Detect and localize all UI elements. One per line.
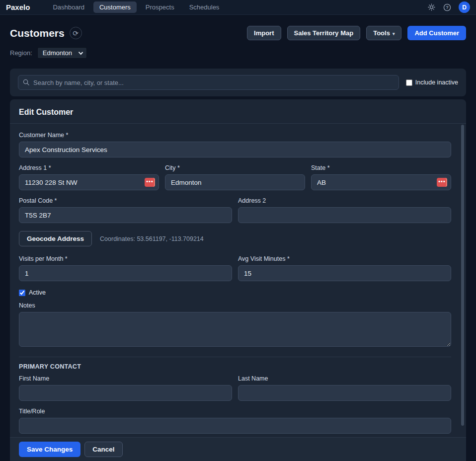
top-navbar: Paxelo Dashboard Customers Prospects Sch… (0, 0, 476, 15)
avg-visit-minutes-label: Avg Visit Minutes * (238, 255, 451, 262)
customer-name-label: Customer Name * (19, 132, 451, 139)
address1-label: Address 1 * (19, 164, 159, 171)
region-select-wrap: Edmonton (37, 47, 87, 59)
nav-item-dashboard[interactable]: Dashboard (47, 1, 90, 13)
avg-visit-minutes-input[interactable] (238, 265, 451, 281)
edit-customer-header: Edit Customer (10, 99, 466, 124)
avg-visit-minutes-field: Avg Visit Minutes * (238, 255, 451, 281)
add-customer-button[interactable]: Add Customer (407, 26, 466, 40)
header-actions: Import Sales Territory Map Tools▾ Add Cu… (247, 26, 466, 40)
edit-customer-title: Edit Customer (19, 108, 457, 117)
active-toggle[interactable]: Active (19, 289, 451, 296)
sales-territory-map-button[interactable]: Sales Territory Map (287, 26, 361, 40)
notes-label: Notes (19, 302, 451, 309)
search-input[interactable] (18, 75, 399, 90)
theme-toggle-sun-icon[interactable] (427, 3, 436, 12)
section-divider (19, 357, 451, 357)
last-name-input[interactable] (238, 385, 451, 401)
caret-down-icon: ▾ (393, 31, 395, 36)
postal-code-label: Postal Code * (19, 197, 232, 204)
geocode-row: Geocode Address Coordinates: 53.561197, … (19, 231, 451, 246)
active-checkbox[interactable] (19, 290, 25, 296)
import-button[interactable]: Import (247, 26, 281, 40)
customer-name-field: Customer Name * (19, 132, 451, 157)
primary-contact-heading: PRIMARY CONTACT (19, 363, 451, 370)
geocode-address-button[interactable]: Geocode Address (19, 231, 92, 246)
customer-name-input[interactable] (19, 142, 451, 157)
tools-label: Tools (373, 29, 390, 37)
last-name-label: Last Name (238, 375, 451, 382)
nav-right-group: ? D (427, 1, 470, 13)
title-role-field: Title/Role (19, 408, 451, 434)
title-role-input[interactable] (19, 418, 451, 434)
address2-field: Address 2 (238, 197, 451, 223)
notes-textarea[interactable] (19, 312, 451, 347)
search-box (18, 75, 399, 90)
include-inactive-checkbox[interactable] (406, 79, 412, 86)
nav-item-customers[interactable]: Customers (93, 1, 137, 13)
autofill-extension-icon[interactable]: ••• (437, 178, 447, 187)
page-content: Customers ⟳ Import Sales Territory Map T… (0, 15, 476, 461)
region-row: Region: Edmonton (10, 47, 466, 59)
brand-logo: Paxelo (6, 3, 30, 11)
autofill-extension-icon[interactable]: ••• (145, 178, 155, 187)
address1-input[interactable] (19, 174, 159, 190)
nav-item-schedules[interactable]: Schedules (183, 1, 226, 13)
state-input[interactable] (311, 174, 451, 190)
coordinates-text: Coordinates: 53.561197, -113.709214 (100, 235, 204, 242)
address1-field: Address 1 * ••• (19, 164, 159, 190)
last-name-field: Last Name (238, 375, 451, 401)
nav-item-prospects[interactable]: Prospects (140, 1, 180, 13)
edit-customer-card: Edit Customer Customer Name * Address 1 … (10, 99, 466, 461)
first-name-input[interactable] (19, 385, 232, 401)
city-input[interactable] (165, 174, 305, 190)
first-name-field: First Name (19, 375, 232, 401)
first-name-label: First Name (19, 375, 232, 382)
city-label: City * (165, 164, 305, 171)
active-label: Active (29, 289, 46, 296)
title-role-label: Title/Role (19, 408, 451, 415)
search-icon (22, 78, 30, 86)
svg-text:?: ? (446, 5, 449, 10)
page-header: Customers ⟳ Import Sales Territory Map T… (10, 26, 466, 40)
visits-per-month-input[interactable] (19, 265, 232, 281)
help-icon[interactable]: ? (443, 3, 452, 12)
postal-code-input[interactable] (19, 207, 232, 223)
visits-per-month-label: Visits per Month * (19, 255, 232, 262)
postal-code-field: Postal Code * (19, 197, 232, 223)
state-label: State * (311, 164, 451, 171)
refresh-icon[interactable]: ⟳ (70, 27, 82, 39)
city-field: City * (165, 164, 305, 190)
edit-customer-form-body: Customer Name * Address 1 * ••• City * S… (10, 124, 466, 437)
region-label: Region: (10, 49, 32, 57)
state-field: State * ••• (311, 164, 451, 190)
include-inactive-toggle[interactable]: Include inactive (406, 79, 458, 86)
save-changes-button[interactable]: Save Changes (19, 442, 80, 457)
nav-tabs: Dashboard Customers Prospects Schedules (47, 1, 225, 13)
address2-label: Address 2 (238, 197, 451, 204)
cancel-button[interactable]: Cancel (84, 442, 122, 457)
notes-field: Notes (19, 302, 451, 349)
tools-dropdown-button[interactable]: Tools▾ (366, 26, 401, 40)
page-title: Customers (10, 27, 65, 39)
include-inactive-label: Include inactive (415, 79, 458, 86)
address2-input[interactable] (238, 207, 451, 223)
search-card: Include inactive (10, 69, 466, 96)
vertical-scrollbar[interactable] (461, 125, 464, 426)
visits-per-month-field: Visits per Month * (19, 255, 232, 281)
user-avatar[interactable]: D (459, 1, 470, 13)
region-select[interactable]: Edmonton (37, 47, 87, 59)
form-action-bar: Save Changes Cancel (10, 437, 466, 461)
